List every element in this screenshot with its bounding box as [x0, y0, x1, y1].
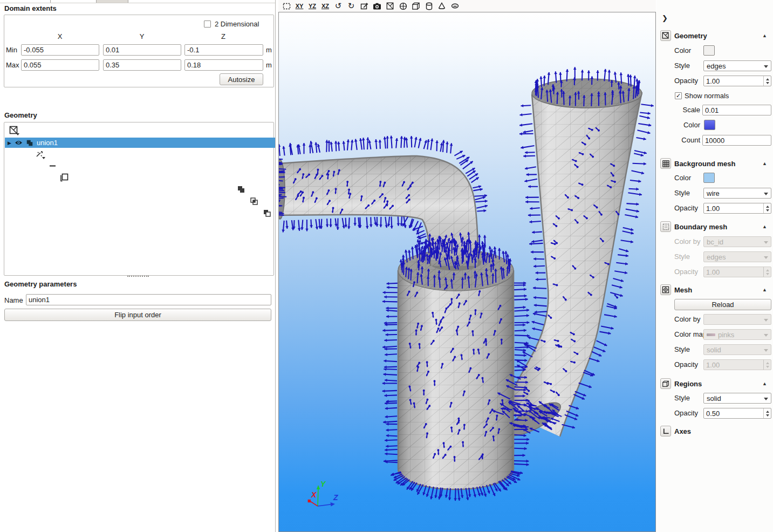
rotate-cw-button[interactable]: ↻: [345, 1, 357, 11]
background-mesh-section-icon-button[interactable]: [660, 158, 671, 169]
toggle-geometry-button[interactable]: [384, 1, 396, 11]
boolean-intersection-button[interactable]: [248, 195, 260, 207]
normals-count-label: Count: [656, 135, 700, 146]
boundary-mesh-section-icon-button[interactable]: [660, 221, 671, 232]
min-z-input[interactable]: [184, 44, 263, 56]
rotate-ccw-icon: ↺: [335, 2, 342, 10]
panel-splitter[interactable]: [127, 276, 149, 279]
screenshot-button[interactable]: [371, 1, 383, 11]
cube-icon: [412, 2, 420, 10]
max-z-input[interactable]: [184, 59, 263, 71]
min-row-label: Min: [6, 46, 17, 54]
rotate-ccw-button[interactable]: ↺: [332, 1, 344, 11]
toggle-background-mesh-button[interactable]: [397, 1, 409, 11]
collapse-panel-button[interactable]: ❯: [662, 14, 668, 22]
two-dimensional-checkbox[interactable]: [204, 21, 211, 28]
boundary-mesh-style-label: Style: [674, 251, 690, 262]
boundary-mesh-color-by-label: Color by: [674, 236, 700, 247]
regions-collapse-icon[interactable]: ▲: [762, 381, 767, 386]
row-expander-icon[interactable]: ▶: [8, 140, 11, 146]
geometry-section-icon-button[interactable]: [660, 30, 671, 41]
pinwheel-box-icon: [662, 32, 669, 39]
normals-color-swatch[interactable]: [704, 120, 715, 130]
rotate-cw-icon: ↻: [348, 2, 355, 10]
disc-icon: [451, 3, 459, 9]
flip-input-order-button[interactable]: Flip input order: [4, 309, 271, 321]
cone-primitive-button[interactable]: [436, 1, 448, 11]
min-x-input[interactable]: [21, 44, 99, 56]
auto-detect-button[interactable]: [33, 148, 45, 160]
geometry-opacity-spinner[interactable]: [703, 76, 771, 86]
axes-section-title: Axes: [674, 427, 691, 435]
duplicate-geometry-button[interactable]: [58, 172, 70, 183]
remove-geometry-button[interactable]: [46, 160, 58, 172]
boundary-mesh-collapse-icon[interactable]: ▲: [762, 224, 767, 229]
minus-icon: [49, 162, 57, 170]
boundary-mesh-style-select: edges: [703, 251, 771, 262]
regions-section-icon-button[interactable]: [660, 378, 671, 389]
max-x-input[interactable]: [21, 59, 99, 71]
background-mesh-color-swatch[interactable]: [703, 173, 715, 183]
view-yz-button[interactable]: YZ: [306, 1, 318, 11]
mesh-section-icon-button[interactable]: [660, 284, 671, 295]
max-row-label: Max: [6, 61, 19, 69]
max-y-input[interactable]: [103, 59, 181, 71]
boolean-difference-button[interactable]: [261, 207, 273, 219]
edit-box-button[interactable]: [358, 1, 370, 11]
geometry-style-select[interactable]: edges: [703, 60, 771, 71]
fit-view-button[interactable]: [281, 1, 292, 11]
background-mesh-style-label: Style: [674, 188, 690, 199]
mesh-color-map-select: pinks: [703, 329, 771, 340]
boundary-mesh-opacity-label: Opacity: [674, 267, 698, 277]
cylinder-primitive-button[interactable]: [423, 1, 435, 11]
name-label: Name: [4, 296, 23, 304]
view-xz-button[interactable]: XZ: [319, 1, 331, 11]
toggle-regions-button[interactable]: [410, 1, 422, 11]
union-type-icon: [26, 139, 33, 147]
3d-viewport[interactable]: Y X Z: [278, 12, 656, 532]
regions-opacity-spinner[interactable]: [703, 408, 771, 419]
background-mesh-collapse-icon[interactable]: ▲: [762, 161, 767, 166]
autosize-button[interactable]: Autosize: [220, 73, 263, 85]
axis-z-label: Z: [333, 493, 338, 502]
geometry-parameters-title: Geometry parameters: [4, 280, 77, 288]
cube-icon: [662, 380, 669, 387]
axes-section-icon-button[interactable]: [660, 426, 671, 436]
geometry-name-input[interactable]: [26, 294, 271, 305]
union-icon: [237, 185, 245, 194]
two-dimensional-label: 2 Dimensional: [215, 20, 259, 28]
mesh-style-label: Style: [674, 344, 690, 355]
normals-scale-label: Scale: [656, 105, 700, 115]
regions-style-select[interactable]: solid: [703, 393, 771, 404]
show-normals-checkbox[interactable]: ✓: [675, 92, 682, 99]
boolean-union-button[interactable]: [235, 183, 247, 195]
mesh-collapse-icon[interactable]: ▲: [762, 287, 767, 292]
min-y-input[interactable]: [103, 44, 181, 56]
mesh-reload-button[interactable]: Reload: [674, 299, 771, 310]
geometry-section-title: Geometry: [674, 32, 707, 40]
visibility-eye-icon[interactable]: [15, 140, 23, 146]
background-mesh-style-select[interactable]: wire: [703, 188, 771, 199]
background-mesh-opacity-spinner[interactable]: [703, 203, 771, 214]
geometry-color-swatch[interactable]: [703, 45, 715, 56]
normals-count-input[interactable]: [702, 135, 771, 146]
domain-extents-title: Domain extents: [4, 4, 57, 12]
add-geometry-button[interactable]: [8, 124, 19, 136]
view-xy-button[interactable]: XY: [293, 1, 305, 11]
mesh-section-title: Mesh: [674, 286, 692, 294]
axis-x-label: X: [311, 490, 317, 499]
background-mesh-color-label: Color: [674, 173, 691, 183]
main-cylinder-mesh: [398, 250, 514, 489]
geometry-list-item-union1[interactable]: ▶ union1: [5, 138, 275, 148]
regions-style-label: Style: [674, 393, 690, 404]
background-mesh-opacity-label: Opacity: [674, 203, 698, 214]
colormap-preview-icon: [707, 333, 715, 336]
mesh-opacity-label: Opacity: [674, 359, 698, 370]
normals-scale-input[interactable]: [702, 105, 771, 115]
camera-icon: [373, 3, 381, 10]
normals-color-label: Color: [656, 120, 700, 131]
geometry-collapse-icon[interactable]: ▲: [762, 33, 767, 38]
3d-scene[interactable]: Y X Z: [279, 12, 655, 531]
disc-primitive-button[interactable]: [449, 1, 461, 11]
min-unit-label: m: [266, 46, 272, 54]
